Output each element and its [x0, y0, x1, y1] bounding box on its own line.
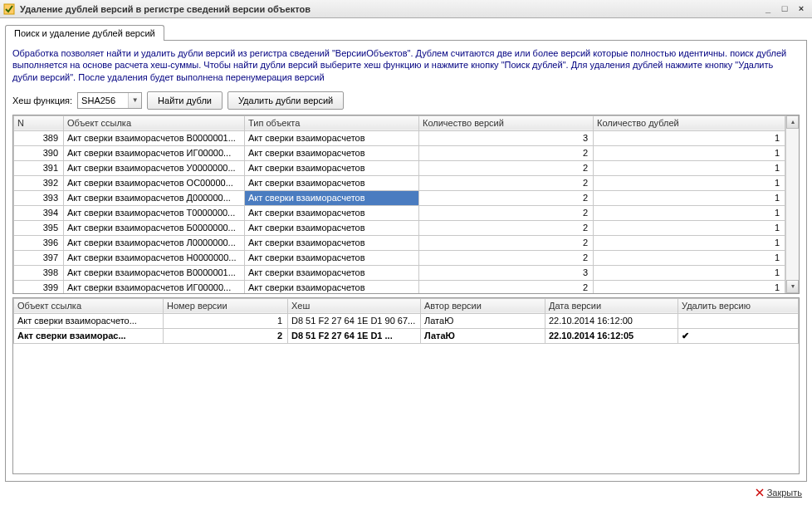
- table-row[interactable]: Акт сверки взаиморасчето...1D8 51 F2 27 …: [14, 313, 799, 328]
- grid1-scrollbar[interactable]: ▴ ▾: [785, 115, 799, 293]
- col-n[interactable]: N: [14, 115, 64, 130]
- chevron-down-icon[interactable]: ▼: [128, 93, 141, 108]
- scroll-up-icon[interactable]: ▴: [786, 115, 799, 129]
- top-grid: N Объект ссылка Тип объекта Количество в…: [12, 115, 800, 294]
- description-text: Обработка позволяет найти и удалить дубл…: [12, 47, 800, 83]
- table-row[interactable]: 395Акт сверки взаиморасчетов Б0000000...…: [14, 220, 785, 235]
- col-obj[interactable]: Объект ссылка: [64, 115, 245, 130]
- grid1-header-row: N Объект ссылка Тип объекта Количество в…: [14, 115, 785, 130]
- tab-search-delete[interactable]: Поиск и удаление дублей версий: [5, 25, 164, 41]
- close-icon: [756, 488, 764, 497]
- col2-author[interactable]: Автор версии: [421, 298, 545, 313]
- minimize-button[interactable]: _: [761, 3, 775, 15]
- maximize-button[interactable]: □: [777, 3, 792, 15]
- col2-del[interactable]: Удалить версию: [678, 298, 799, 313]
- table-row[interactable]: Акт сверки взаиморас...2D8 51 F2 27 64 1…: [14, 328, 799, 343]
- scroll-down-icon[interactable]: ▾: [786, 280, 799, 293]
- tab-body: Обработка позволяет найти и удалить дубл…: [5, 40, 807, 482]
- col-vers[interactable]: Количество версий: [419, 115, 594, 130]
- col-dups[interactable]: Количество дублей: [594, 115, 785, 130]
- table-row[interactable]: 389Акт сверки взаиморасчетов В0000001...…: [14, 130, 785, 145]
- table-row[interactable]: 398Акт сверки взаиморасчетов В0000001...…: [14, 265, 785, 280]
- hash-value[interactable]: [78, 93, 128, 108]
- grid2-header-row: Объект ссылка Номер версии Хеш Автор вер…: [14, 298, 799, 313]
- table-row[interactable]: 393Акт сверки взаиморасчетов Д000000...А…: [14, 190, 785, 205]
- table-row[interactable]: 390Акт сверки взаиморасчетов ИГ00000...А…: [14, 145, 785, 160]
- close-window-button[interactable]: ×: [794, 3, 809, 15]
- table-row[interactable]: 392Акт сверки взаиморасчетов ОС00000...А…: [14, 175, 785, 190]
- col2-hash[interactable]: Хеш: [288, 298, 421, 313]
- hash-select[interactable]: ▼: [77, 92, 142, 109]
- hash-label: Хеш функция:: [12, 96, 72, 105]
- content-area: Поиск и удаление дублей версий Обработка…: [0, 18, 812, 505]
- app-icon: [3, 3, 15, 15]
- scroll-track[interactable]: [786, 129, 799, 280]
- table-row[interactable]: 391Акт сверки взаиморасчетов У0000000...…: [14, 160, 785, 175]
- titlebar: Удаление дублей версий в регистре сведен…: [0, 0, 812, 18]
- delete-duplicates-button[interactable]: Удалить дубли версий: [227, 91, 344, 110]
- table-row[interactable]: 396Акт сверки взаиморасчетов Л0000000...…: [14, 235, 785, 250]
- col2-obj[interactable]: Объект ссылка: [14, 298, 164, 313]
- window-title: Удаление дублей версий в регистре сведен…: [20, 4, 759, 14]
- col2-date[interactable]: Дата версии: [545, 298, 678, 313]
- find-duplicates-button[interactable]: Найти дубли: [147, 91, 223, 110]
- table-row[interactable]: 399Акт сверки взаиморасчетов ИГ00000...А…: [14, 280, 785, 293]
- col-type[interactable]: Тип объекта: [245, 115, 419, 130]
- tabstrip: Поиск и удаление дублей версий: [5, 22, 807, 40]
- main-window: Удаление дублей версий в регистре сведен…: [0, 0, 812, 505]
- footer: Закрыть: [5, 482, 807, 503]
- bottom-grid: Объект ссылка Номер версии Хеш Автор вер…: [12, 297, 800, 474]
- table-row[interactable]: 397Акт сверки взаиморасчетов Н0000000...…: [14, 250, 785, 265]
- close-button[interactable]: Закрыть: [756, 488, 802, 498]
- col2-num[interactable]: Номер версии: [164, 298, 288, 313]
- grid1-table: N Объект ссылка Тип объекта Количество в…: [13, 115, 785, 293]
- close-label: Закрыть: [767, 488, 802, 498]
- grid2-table: Объект ссылка Номер версии Хеш Автор вер…: [13, 298, 799, 344]
- table-row[interactable]: 394Акт сверки взаиморасчетов Т0000000...…: [14, 205, 785, 220]
- toolbar: Хеш функция: ▼ Найти дубли Удалить дубли…: [12, 91, 800, 110]
